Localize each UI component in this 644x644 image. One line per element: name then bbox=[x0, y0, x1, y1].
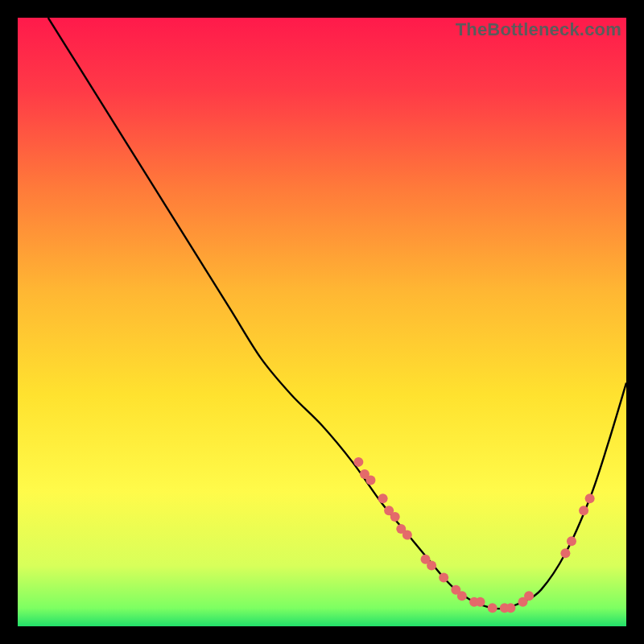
marker-dot bbox=[439, 573, 448, 583]
marker-dot bbox=[457, 591, 467, 601]
marker-dot bbox=[390, 512, 400, 522]
marker-dot bbox=[402, 530, 412, 540]
chart-svg bbox=[18, 18, 626, 626]
marker-dot bbox=[506, 603, 515, 613]
chart-frame: TheBottleneck.com bbox=[18, 18, 626, 626]
marker-dot bbox=[579, 506, 588, 515]
marker-dot bbox=[476, 597, 485, 607]
marker-dot bbox=[427, 560, 436, 570]
marker-dot bbox=[378, 493, 388, 503]
marker-dot bbox=[560, 548, 570, 558]
marker-dot bbox=[585, 493, 595, 503]
marker-dot bbox=[365, 476, 375, 485]
marker-dot bbox=[353, 457, 363, 467]
marker-dot bbox=[488, 603, 497, 613]
watermark-text: TheBottleneck.com bbox=[456, 19, 621, 40]
marker-dot bbox=[567, 536, 576, 546]
marker-dot bbox=[524, 591, 534, 601]
chart-background bbox=[18, 18, 626, 626]
